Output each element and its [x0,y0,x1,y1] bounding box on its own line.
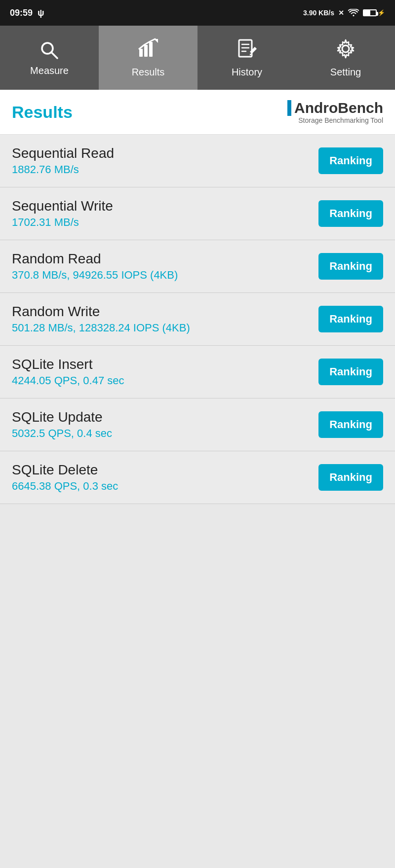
svg-marker-5 [154,39,158,43]
battery-indicator: ⚡ [363,9,385,16]
close-icon: ✕ [338,9,344,17]
gear-icon [335,38,356,63]
result-name: Sequential Read [12,145,318,161]
results-header: Results AndroBench Storage Benchmarking … [0,90,395,135]
tab-measure-label: Measure [30,65,69,76]
status-left: 09:59 ψ [10,8,44,18]
tab-setting-label: Setting [330,67,361,78]
result-info: SQLite Update 5032.5 QPS, 0.4 sec [12,409,318,440]
result-name: Sequential Write [12,198,318,214]
brand-bar-icon [287,100,291,116]
status-bar: 09:59 ψ 3.90 KB/s ✕ ⚡ [0,0,395,26]
result-item-rand-read: Random Read 370.8 MB/s, 94926.55 IOPS (4… [0,240,395,293]
result-item-rand-write: Random Write 501.28 MB/s, 128328.24 IOPS… [0,293,395,346]
tab-measure[interactable]: Measure [0,26,99,90]
svg-rect-3 [144,45,148,57]
ranking-button-sqlite-update[interactable]: Ranking [318,411,383,438]
result-value: 6645.38 QPS, 0.3 sec [12,480,318,493]
tab-history[interactable]: History [198,26,296,90]
svg-rect-4 [149,42,153,57]
tab-results[interactable]: Results [99,26,198,90]
result-value: 370.8 MB/s, 94926.55 IOPS (4KB) [12,269,318,282]
tab-history-label: History [232,67,262,78]
svg-point-12 [342,45,349,52]
svg-rect-2 [139,49,143,57]
wifi-icon [348,9,359,17]
usb-icon: ψ [38,8,44,18]
status-right: 3.90 KB/s ✕ ⚡ [303,9,385,17]
ranking-button-rand-write[interactable]: Ranking [318,306,383,332]
ranking-button-seq-read[interactable]: Ranking [318,147,383,174]
page-title: Results [12,103,73,122]
tab-results-label: Results [132,67,165,78]
result-value: 501.28 MB/s, 128328.24 IOPS (4KB) [12,322,318,334]
result-item-seq-read: Sequential Read 1882.76 MB/s Ranking [0,135,395,187]
search-icon [39,39,60,61]
result-info: Random Write 501.28 MB/s, 128328.24 IOPS… [12,304,318,334]
tab-setting[interactable]: Setting [296,26,395,90]
ranking-button-rand-read[interactable]: Ranking [318,253,383,280]
document-edit-icon [236,38,258,63]
brand-name: AndroBench [287,100,383,116]
charging-icon: ⚡ [378,9,385,16]
result-value: 1702.31 MB/s [12,216,318,229]
result-info: Sequential Write 1702.31 MB/s [12,198,318,229]
nav-tabs: Measure Results History [0,26,395,90]
network-speed: 3.90 KB/s [303,9,334,17]
result-item-sqlite-delete: SQLite Delete 6645.38 QPS, 0.3 sec Ranki… [0,451,395,504]
result-name: SQLite Insert [12,357,318,372]
result-name: Random Read [12,251,318,267]
bar-chart-icon [137,38,159,63]
result-item-sqlite-insert: SQLite Insert 4244.05 QPS, 0.47 sec Rank… [0,346,395,398]
bottom-spacer [0,504,395,726]
brand-logo: AndroBench Storage Benchmarking Tool [287,100,383,124]
result-info: SQLite Insert 4244.05 QPS, 0.47 sec [12,357,318,387]
result-value: 5032.5 QPS, 0.4 sec [12,427,318,440]
result-item-sqlite-update: SQLite Update 5032.5 QPS, 0.4 sec Rankin… [0,398,395,451]
result-name: Random Write [12,304,318,320]
ranking-button-seq-write[interactable]: Ranking [318,200,383,227]
ranking-button-sqlite-delete[interactable]: Ranking [318,464,383,491]
result-item-seq-write: Sequential Write 1702.31 MB/s Ranking [0,187,395,240]
ranking-button-sqlite-insert[interactable]: Ranking [318,359,383,385]
svg-line-1 [51,52,57,58]
result-value: 4244.05 QPS, 0.47 sec [12,374,318,387]
svg-marker-10 [250,47,257,54]
results-list: Sequential Read 1882.76 MB/s Ranking Seq… [0,135,395,504]
result-value: 1882.76 MB/s [12,163,318,176]
result-info: SQLite Delete 6645.38 QPS, 0.3 sec [12,462,318,493]
status-time: 09:59 [10,8,33,18]
result-name: SQLite Delete [12,462,318,478]
result-info: Sequential Read 1882.76 MB/s [12,145,318,176]
brand-subtitle: Storage Benchmarking Tool [287,116,383,124]
result-name: SQLite Update [12,409,318,425]
result-info: Random Read 370.8 MB/s, 94926.55 IOPS (4… [12,251,318,282]
